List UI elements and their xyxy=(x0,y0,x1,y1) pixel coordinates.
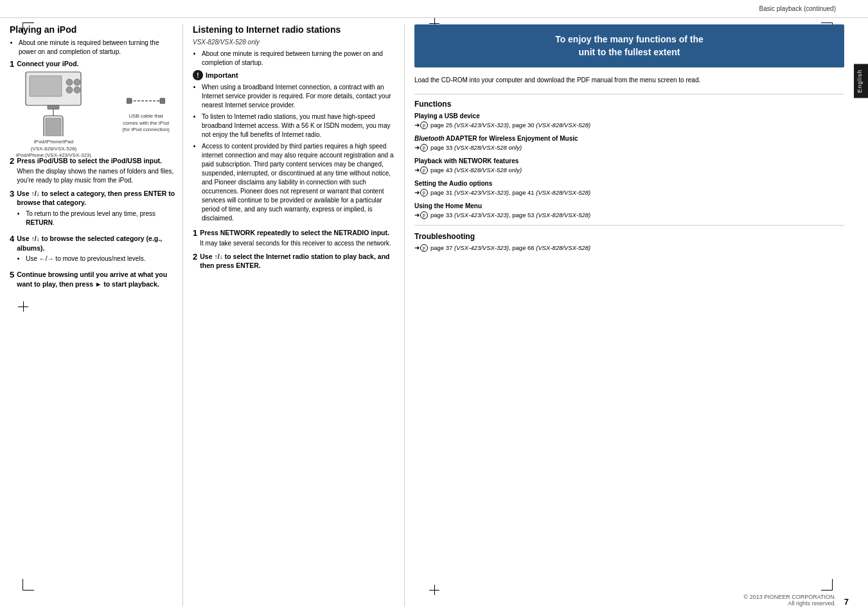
main-content: Playing an iPod About one minute is requ… xyxy=(0,18,854,613)
ipod-svg xyxy=(24,66,82,136)
left-column: Playing an iPod About one minute is requ… xyxy=(10,24,183,607)
function-audio-ref: ➜ p page 31 (VSX-423/VSX-323), page 41 (… xyxy=(414,188,844,197)
step-4-heading: Use ↑/↓ to browse the selected category … xyxy=(17,234,176,253)
device-label: iPod/iPhone/iPad(VSX-828/VSX-528)iPod/iP… xyxy=(16,139,91,159)
important-bullet-3: Access to content provided by third part… xyxy=(202,142,398,223)
function-network-ref: ➜ p page 43 (VSX-828/VSX-528 only) xyxy=(414,166,844,175)
arrow-network: ➜ p xyxy=(414,166,428,175)
svg-rect-6 xyxy=(48,105,59,109)
step-3-content: Use ↑/↓ to select a category, then press… xyxy=(17,189,176,230)
page-header: Basic playback (continued) xyxy=(0,0,868,18)
troubleshooting-divider xyxy=(414,225,844,226)
function-bluetooth-ref-text: page 33 (VSX-828/VSX-528 only) xyxy=(430,143,522,152)
function-audio-ref-text: page 31 (VSX-423/VSX-323), page 41 (VSX-… xyxy=(430,188,590,197)
page-number: 7 xyxy=(844,597,849,607)
footer-line1: © 2013 PIONEER CORPORATION. xyxy=(744,594,837,600)
function-audio-title: Setting the Audio options xyxy=(414,180,844,187)
mid-bullets: About one minute is required between tur… xyxy=(193,49,398,67)
cable-svg xyxy=(127,91,165,111)
load-instructions: Load the CD-ROM into your computer and d… xyxy=(414,75,844,85)
mid-column: Listening to Internet radio stations VSX… xyxy=(193,24,405,607)
step-4: 4 Use ↑/↓ to browse the selected categor… xyxy=(10,234,176,266)
left-bullets: About one minute is required between tur… xyxy=(10,39,176,57)
mid-step-2-heading: Use ↑/↓ to select the Internet radio sta… xyxy=(200,252,398,271)
svg-point-5 xyxy=(74,87,80,93)
function-usb-title: Playing a USB device xyxy=(414,112,844,120)
step-3-number: 3 xyxy=(10,189,14,230)
step-5-number: 5 xyxy=(10,270,14,289)
function-item-usb: Playing a USB device ➜ p page 25 (VSX-42… xyxy=(414,112,844,130)
section-divider xyxy=(414,94,844,94)
arrow-audio: ➜ p xyxy=(414,188,428,197)
function-usb-ref: ➜ p page 25 (VSX-423/VSX-323), page 30 (… xyxy=(414,121,844,130)
function-home-title: Using the Home Menu xyxy=(414,202,844,209)
step-2-number: 2 xyxy=(10,156,14,185)
step-3-sub-1: To return to the previous level any time… xyxy=(26,209,176,227)
function-item-home: Using the Home Menu ➜ p page 33 (VSX-423… xyxy=(414,202,844,220)
important-header: ! Important xyxy=(193,70,398,80)
functions-title: Functions xyxy=(414,100,844,109)
mid-step-1-heading: Press NETWORK repeatedly to select the N… xyxy=(200,228,398,238)
step-5-content: Continue browsing until you arrive at wh… xyxy=(17,270,176,289)
function-network-ref-text: page 43 (VSX-828/VSX-528 only) xyxy=(430,166,522,174)
mid-step-2-number: 2 xyxy=(193,252,197,271)
function-bluetooth-title: Bluetooth ADAPTER for Wireless Enjoyment… xyxy=(414,135,844,142)
svg-rect-9 xyxy=(46,118,61,136)
svg-point-3 xyxy=(74,79,80,85)
ipod-diagram-inner: iPod/iPhone/iPad(VSX-828/VSX-528)iPod/iP… xyxy=(10,66,176,159)
function-home-ref-text: page 33 (VSX-423/VSX-323), page 53 (VSX-… xyxy=(430,211,590,219)
svg-rect-12 xyxy=(127,98,132,103)
footer-line2: All rights reserved. xyxy=(744,600,837,607)
function-item-audio: Setting the Audio options ➜ p page 31 (V… xyxy=(414,180,844,197)
step-3: 3 Use ↑/↓ to select a category, then pre… xyxy=(10,189,176,230)
function-usb-ref-text: page 25 (VSX-423/VSX-323), page 30 (VSX-… xyxy=(430,121,590,129)
function-bluetooth-ref: ➜ p page 33 (VSX-828/VSX-528 only) xyxy=(414,143,844,152)
step-4-number: 4 xyxy=(10,234,14,266)
step-2-content: Press iPod/USB to select the iPod/USB in… xyxy=(17,156,176,185)
important-bullet-1: When using a broadband Internet connecti… xyxy=(202,83,398,110)
mid-step-1-number: 1 xyxy=(193,228,197,248)
troubleshooting-ref-text: page 37 (VSX-423/VSX-323), page 66 (VSX-… xyxy=(430,244,590,252)
important-icon: ! xyxy=(193,70,203,80)
highlight-box-title: To enjoy the many functions of the unit … xyxy=(425,33,834,58)
mid-bullet-1: About one minute is required between tur… xyxy=(202,49,398,67)
circle-network: p xyxy=(420,166,428,174)
mid-step-2: 2 Use ↑/↓ to select the Internet radio s… xyxy=(193,252,398,271)
highlight-box: To enjoy the many functions of the unit … xyxy=(414,24,844,67)
step-4-content: Use ↑/↓ to browse the selected category … xyxy=(17,234,176,266)
troubleshooting-ref: ➜ p page 37 (VSX-423/VSX-323), page 66 (… xyxy=(414,244,844,253)
mid-step-1: 1 Press NETWORK repeatedly to select the… xyxy=(193,228,398,248)
cable-label: USB cable thatcomes with the iPod(for iP… xyxy=(122,113,170,133)
ipod-diagram: iPod/iPhone/iPad(VSX-828/VSX-528)iPod/iP… xyxy=(10,74,176,151)
left-section-title: Playing an iPod xyxy=(10,24,176,35)
step-5: 5 Continue browsing until you arrive at … xyxy=(10,270,176,289)
step-2-body: When the display shows the names of fold… xyxy=(17,167,176,185)
svg-point-2 xyxy=(66,79,73,85)
function-item-bluetooth: Bluetooth ADAPTER for Wireless Enjoyment… xyxy=(414,135,844,152)
arrow-home: ➜ p xyxy=(414,211,428,220)
circle-usb: p xyxy=(420,121,428,129)
important-bullet-2: To listen to Internet radio stations, yo… xyxy=(202,112,398,139)
step-5-heading: Continue browsing until you arrive at wh… xyxy=(17,270,176,289)
step-2: 2 Press iPod/USB to select the iPod/USB … xyxy=(10,156,176,185)
important-label: Important xyxy=(206,71,238,79)
bluetooth-italic-title: Bluetooth xyxy=(414,135,445,142)
mid-step-2-content: Use ↑/↓ to select the Internet radio sta… xyxy=(200,252,398,271)
circle-home: p xyxy=(420,211,428,219)
mid-step-1-content: Press NETWORK repeatedly to select the N… xyxy=(200,228,398,248)
header-title: Basic playback (continued) xyxy=(759,5,836,12)
step-3-heading: Use ↑/↓ to select a category, then press… xyxy=(17,189,176,208)
svg-point-4 xyxy=(66,87,73,93)
troubleshooting-title: Troubleshooting xyxy=(414,232,844,241)
step-4-subs: Use ←/→ to move to previous/next levels. xyxy=(17,254,176,263)
mid-subtitle: VSX-828/VSX-528 only xyxy=(193,39,398,46)
circle-audio: p xyxy=(420,189,428,197)
step-4-sub-1: Use ←/→ to move to previous/next levels. xyxy=(26,254,176,263)
arrow-usb: ➜ p xyxy=(414,121,428,130)
language-tab: English xyxy=(854,64,868,98)
function-network-title: Playback with NETWORK features xyxy=(414,157,844,164)
function-item-network: Playback with NETWORK features ➜ p page … xyxy=(414,157,844,175)
function-home-ref: ➜ p page 33 (VSX-423/VSX-323), page 53 (… xyxy=(414,211,844,220)
arrow-troubleshooting: ➜ p xyxy=(414,244,428,253)
circle-troubleshooting: p xyxy=(420,244,428,252)
